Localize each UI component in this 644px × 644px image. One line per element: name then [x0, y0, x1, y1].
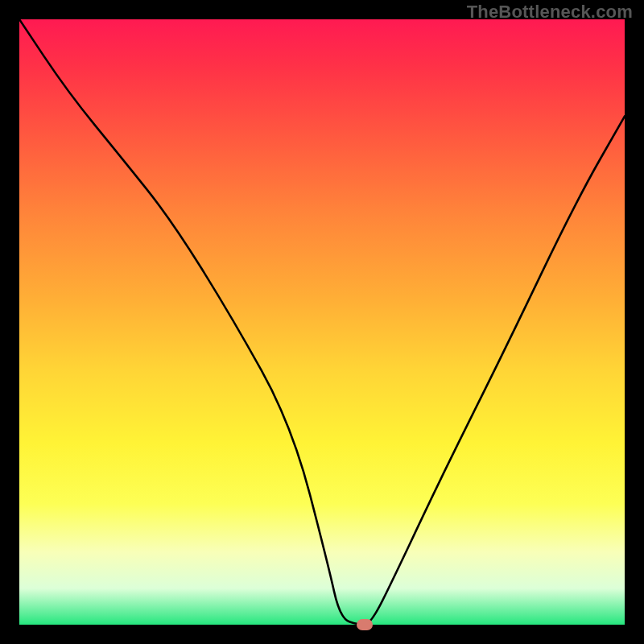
- curve-svg: [19, 19, 625, 625]
- chart-frame: TheBottleneck.com: [0, 0, 644, 644]
- watermark-text: TheBottleneck.com: [467, 2, 633, 23]
- plot-area: [19, 19, 625, 625]
- bottleneck-curve-path: [19, 19, 625, 625]
- optimal-point-marker: [357, 619, 373, 630]
